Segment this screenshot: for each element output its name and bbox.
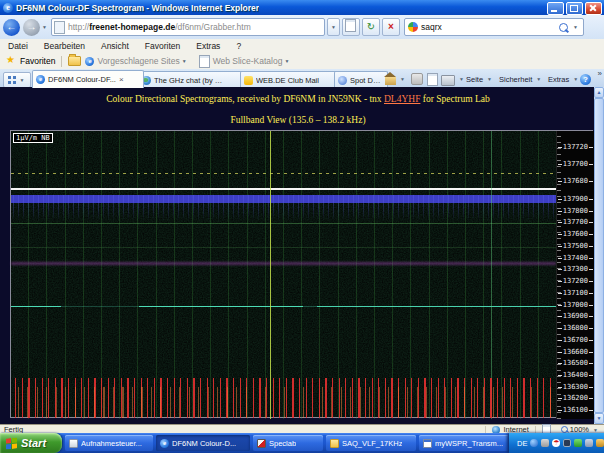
web-slice-icon [199, 55, 210, 68]
scroll-down-button[interactable]: ▼ [594, 413, 604, 424]
forward-button[interactable]: → [23, 19, 40, 36]
chevron-down-icon: ▼ [536, 76, 541, 82]
spot-favicon [338, 76, 347, 85]
freq-label: 137200 [557, 278, 594, 285]
home-button[interactable]: ▼ [385, 72, 407, 86]
extras-menu[interactable]: Extras ▼ [548, 72, 580, 86]
task-aufnahmesteuer[interactable]: Aufnahmesteuer... [65, 435, 153, 451]
favorites-button[interactable]: Favoriten [20, 56, 55, 66]
refresh-button[interactable]: ↻ [362, 18, 380, 36]
freq-label: 136300 [557, 384, 594, 391]
freq-label: 136600 [557, 349, 594, 356]
task-saq-folder[interactable]: SAQ_VLF_17KHz [326, 435, 416, 451]
print-button[interactable]: ▼ [441, 72, 466, 86]
tray-app-icon[interactable] [541, 439, 549, 447]
freq-label: 136800 [557, 325, 594, 332]
separator [535, 426, 536, 433]
back-button[interactable]: ← [3, 19, 20, 36]
chevron-down-icon: ▼ [182, 58, 187, 64]
read-mail-button[interactable] [427, 72, 438, 86]
start-button[interactable]: Start [0, 433, 62, 453]
volume-tray-icon[interactable] [585, 439, 593, 447]
input-switch-icon[interactable] [530, 439, 538, 447]
stop-button[interactable]: × [382, 18, 400, 36]
display-tray-icon[interactable] [563, 439, 571, 447]
freq-label: 136100 [557, 407, 594, 414]
title-bar[interactable]: e DF6NM Colour-DF Spectrogram - Windows … [0, 0, 604, 15]
scrollbar-thumb[interactable] [594, 98, 604, 413]
help-button[interactable]: ? [580, 72, 591, 86]
search-options-icon[interactable]: ▼ [573, 24, 578, 30]
separator [61, 56, 62, 67]
windows-flag-icon [6, 437, 17, 449]
network-tray-icon[interactable] [574, 439, 582, 447]
seite-label: Seite [466, 75, 483, 84]
tab-df6nm[interactable]: e DF6NM Colour-DF... × [32, 70, 144, 88]
compatibility-view-button[interactable] [342, 18, 360, 36]
freq-label: 137900 [557, 196, 594, 203]
address-dropdown-button[interactable]: ▼ [327, 18, 340, 36]
freq-label: 137700 [557, 161, 594, 168]
system-tray: DE ☂ VB 14:04 [509, 433, 604, 453]
rss-icon [411, 73, 423, 85]
vertical-scrollbar[interactable]: ▲ ▼ [594, 87, 604, 424]
search-input[interactable]: saqrx ▼ [404, 18, 584, 36]
menu-ansicht[interactable]: Ansicht [101, 41, 129, 51]
tab-favicon: e [36, 75, 45, 84]
scroll-up-button[interactable]: ▲ [594, 87, 604, 98]
ie-task-icon: e [160, 439, 169, 448]
page-title-text: Colour Directional Spectrograms, receive… [106, 94, 384, 104]
avira-icon[interactable]: ☂ [552, 439, 560, 447]
search-magnifier-icon[interactable] [559, 23, 568, 32]
carrier-137000 [11, 306, 556, 307]
menu-favoriten[interactable]: Favoriten [145, 41, 180, 51]
tab-webde-mail[interactable]: WEB.DE Club Mail [240, 71, 340, 88]
ie-window: e DF6NM Colour-DF Spectrogram - Windows … [0, 0, 604, 453]
freq-label: 136900 [557, 313, 594, 320]
menu-bar: Datei Bearbeiten Ansicht Favoriten Extra… [0, 39, 604, 54]
tab-close-icon[interactable]: × [119, 75, 124, 84]
tab-spot-database[interactable]: Spot Database | WS... [334, 71, 388, 88]
freq-label: 137680 [557, 178, 594, 185]
page-title-suffix: for Spectrum Lab [420, 94, 489, 104]
suggested-sites-link[interactable]: Vorgeschlagene Sites [97, 56, 179, 66]
menu-datei[interactable]: Datei [8, 41, 28, 51]
menu-bearbeiten[interactable]: Bearbeiten [44, 41, 85, 51]
quick-tabs-button[interactable]: ▼ [3, 72, 31, 88]
feeds-button[interactable] [411, 72, 423, 86]
language-indicator[interactable]: DE [517, 439, 527, 448]
dl4yhf-link[interactable]: DL4YHF [384, 94, 420, 104]
add-favorites-folder-icon[interactable] [68, 56, 81, 66]
restore-button[interactable] [566, 2, 583, 15]
task-df6nm-ie[interactable]: e DF6NM Colour-D... [156, 435, 250, 451]
address-input[interactable]: http://freenet-homepage.de/df6nm/Grabber… [51, 18, 325, 36]
compatibility-icon [345, 19, 356, 32]
sicherheit-menu[interactable]: Sicherheit ▼ [499, 72, 543, 86]
page-title: Colour Directional Spectrograms, receive… [0, 94, 596, 104]
task-speclab[interactable]: Speclab [253, 435, 323, 451]
webde-favicon [244, 76, 253, 85]
toolbar-overflow-button[interactable]: » [598, 69, 602, 78]
search-value: saqrx [421, 22, 442, 32]
nb-dotted-line [11, 173, 556, 174]
task-label: Aufnahmesteuer... [81, 439, 142, 448]
web-slice-link[interactable]: Web Slice-Katalog [213, 56, 283, 66]
chevron-down-icon: ▼ [593, 427, 598, 433]
url-prefix: http:// [68, 22, 89, 32]
task-wspr-notepad[interactable]: myWSPR_Transm... [419, 435, 509, 451]
ie-logo-icon: e [3, 3, 13, 13]
page-subtitle: Fullband View (135.6 – 138.2 kHz) [0, 115, 596, 125]
minimize-button[interactable] [547, 2, 564, 15]
menu-extras[interactable]: Extras [196, 41, 220, 51]
freq-label: 137700 [557, 219, 594, 226]
tab-ghz-chat[interactable]: The GHz chat (by ON... [138, 71, 246, 88]
history-dropdown-icon[interactable]: ▼ [42, 24, 47, 30]
favorites-bar: ★ Favoriten e Vorgeschlagene Sites ▼ Web… [0, 53, 604, 70]
weak-signal-smear [11, 262, 556, 265]
close-button[interactable] [585, 2, 602, 15]
freq-label: 136700 [557, 337, 594, 344]
tray-app-icon-2[interactable] [596, 439, 604, 447]
zoom-magnifier-icon [561, 426, 568, 433]
seite-menu[interactable]: Seite ▼ [466, 72, 494, 86]
menu-hilfe[interactable]: ? [236, 41, 241, 51]
